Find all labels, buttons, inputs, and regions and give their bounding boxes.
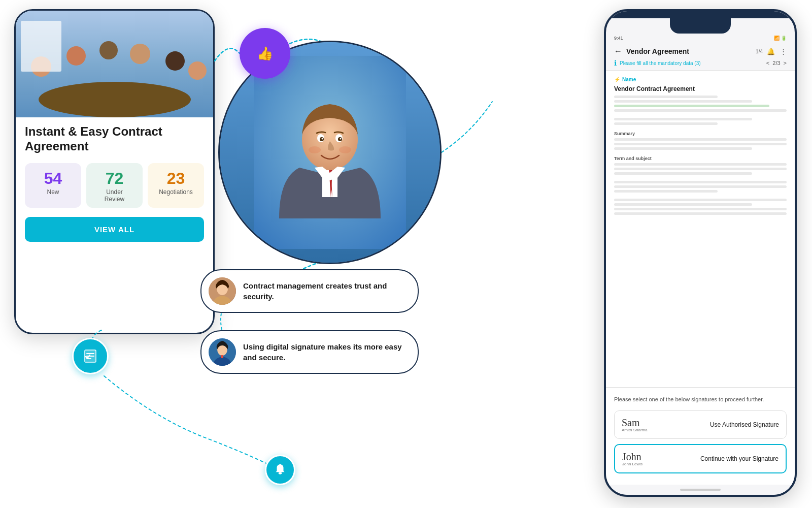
doc-line <box>614 199 787 201</box>
doc-line <box>614 181 787 183</box>
man-illustration <box>254 56 406 249</box>
stats-row: 54 New 72 UnderReview 23 Negotiations <box>25 163 204 208</box>
right-phone: 9:41 📶 🔋 ← Vendor Agreement 1/4 🔔 ⋮ ℹ Pl… <box>604 9 797 497</box>
chat-bubble-1: Contract management creates trust and se… <box>200 269 419 313</box>
stat-card-review: 72 UnderReview <box>86 163 143 208</box>
mandatory-text: Please fill all the mandatory data (3) <box>620 60 701 66</box>
more-options-icon[interactable]: ⋮ <box>780 48 787 55</box>
stat-label-negotiations: Negotiations <box>159 188 193 196</box>
doc-line <box>614 185 787 188</box>
status-bar: 9:41 📶 🔋 <box>606 34 795 43</box>
svg-point-21 <box>279 472 282 474</box>
left-phone: Instant & Easy Contract Agreement 54 New… <box>14 9 215 334</box>
svg-point-11 <box>339 146 351 153</box>
bell-icon <box>265 455 295 485</box>
doc-contract-title: Vendor Contract Agreement <box>614 85 787 92</box>
avatar-male <box>209 338 236 366</box>
page-count: 2/3 <box>772 60 780 66</box>
meeting-photo <box>16 11 213 117</box>
stat-number-review: 72 <box>106 170 124 186</box>
doc-line <box>614 147 752 150</box>
sig-label-2: Continue with your Signature <box>700 455 779 462</box>
phone-notch <box>670 18 731 34</box>
app-headline: Instant & Easy Contract Agreement <box>25 124 204 154</box>
doc-line <box>614 138 787 141</box>
doc-line <box>614 105 769 107</box>
doc-section-label: ⚡ Name <box>614 77 787 82</box>
status-icons: 📶 🔋 <box>774 36 787 41</box>
signature-panel: Please select one of the below signature… <box>606 387 795 485</box>
mandatory-bar: ℹ Please fill all the mandatory data (3)… <box>614 59 787 67</box>
sig-name-2: John Lewis <box>622 462 694 466</box>
stat-card-new: 54 New <box>25 163 81 208</box>
document-header: ← Vendor Agreement 1/4 🔔 ⋮ ℹ Please fill… <box>606 43 795 71</box>
sig-name-1: Amith Sharma <box>622 428 704 432</box>
stat-number-negotiations: 23 <box>167 170 185 186</box>
checklist-icon <box>72 338 109 374</box>
header-action-icons: 🔔 ⋮ <box>767 48 787 55</box>
doc-line <box>614 100 752 103</box>
doc-line <box>614 168 787 170</box>
svg-rect-16 <box>221 355 223 358</box>
svg-point-9 <box>340 138 342 140</box>
authorised-signature-option[interactable]: Sam Amith Sharma Use Authorised Signatur… <box>614 410 787 439</box>
document-title: Vendor Agreement <box>626 47 752 55</box>
doc-line <box>614 172 752 175</box>
personal-signature-option[interactable]: John John Lewis Continue with your Signa… <box>614 444 787 473</box>
chat-text-2: Using digital signature makes its more e… <box>243 341 407 363</box>
sig-label-1: Use Authorised Signature <box>710 421 779 428</box>
doc-line <box>614 163 787 166</box>
view-all-button[interactable]: VIEW ALL <box>25 217 204 242</box>
sig-script-1: Sam <box>622 417 704 429</box>
document-body: ⚡ Name Vendor Contract Agreement Summary… <box>606 71 795 387</box>
svg-point-22 <box>279 464 281 465</box>
doc-line <box>614 143 787 145</box>
doc-line <box>614 96 718 98</box>
doc-sub-label-2: Term and subject <box>614 156 787 161</box>
chat-text-1: Contract management creates trust and se… <box>243 280 407 302</box>
svg-point-10 <box>309 146 321 153</box>
nav-next-button[interactable]: > <box>784 60 787 66</box>
back-button[interactable]: ← <box>614 47 622 56</box>
chat-bubble-2: Using digital signature makes its more e… <box>200 330 419 374</box>
sig-script-2: John <box>622 451 694 463</box>
doc-line <box>614 212 787 215</box>
stat-card-negotiations: 23 Negotiations <box>148 163 204 208</box>
doc-line <box>614 109 787 112</box>
svg-point-8 <box>322 138 323 140</box>
doc-line <box>614 118 752 120</box>
doc-line <box>614 122 718 125</box>
stat-label-new: New <box>47 188 59 196</box>
page-indicator: 1/4 <box>756 49 763 54</box>
notification-icon[interactable]: 🔔 <box>767 48 775 55</box>
stat-number-new: 54 <box>44 170 62 186</box>
status-time: 9:41 <box>614 36 623 41</box>
avatar-female <box>209 277 236 305</box>
signature-prompt: Please select one of the below signature… <box>614 396 787 403</box>
doc-line <box>614 190 718 193</box>
thumbs-up-icon: 👍 <box>240 28 290 79</box>
doc-sub-label: Summary <box>614 131 787 136</box>
nav-prev-button[interactable]: < <box>766 60 769 66</box>
stat-label-review: UnderReview <box>105 188 124 203</box>
home-indicator <box>680 489 721 491</box>
doc-line <box>614 203 752 206</box>
doc-line <box>614 208 787 210</box>
